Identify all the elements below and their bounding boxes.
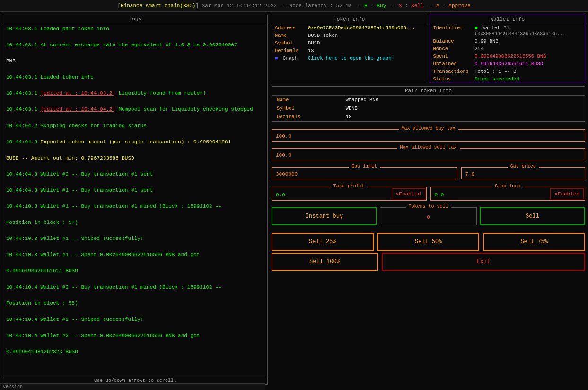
log-line: 10:44:10.4 Wallet #2 -- Spent 0.00264900… xyxy=(6,332,264,340)
table-row: Spent 0.002649006622516556 BNB xyxy=(430,53,585,60)
take-profit-enabled-button[interactable]: ✕Enabled xyxy=(392,188,425,199)
tokens-to-sell-label: Tokens to sell xyxy=(405,204,451,209)
sell-75-button[interactable]: Sell 75% xyxy=(483,233,585,251)
take-profit-group: Take profit ✕Enabled xyxy=(272,187,427,201)
log-line: 10:44:03.1 [edited at : 10:44:03.2] Liqu… xyxy=(6,89,264,98)
chain-label: [Binance smart chain(BSC)] Sat Mar 12 10… xyxy=(117,3,470,9)
table-row: Balance 0.99 BNB xyxy=(430,37,585,45)
max-sell-tax-row: Max allowed sell tax xyxy=(272,143,585,160)
wallet-green-indicator: ■ xyxy=(474,25,477,31)
log-line: 0.9956493626561611 BUSD xyxy=(6,267,264,275)
sell-25-button[interactable]: Sell 25% xyxy=(272,233,374,251)
sell-percentage-row: Sell 25% Sell 50% Sell 75% xyxy=(272,233,585,251)
log-line: 10:44:10.3 Wallet #1 -- Buy transaction … xyxy=(6,203,264,211)
table-row: Symbol WBNB xyxy=(272,104,585,113)
log-line: 10:44:03.1 Loaded token info xyxy=(6,73,264,81)
log-line: 10:44:04.2 Skipping checks for trading s… xyxy=(6,122,264,130)
wallet-info-table: Identifier ■ Wallet #1 (0x3008444a638343… xyxy=(430,24,585,83)
table-row: Address 0xe9e7CEA3DedcA59847885afc599bO6… xyxy=(272,24,427,32)
max-buy-tax-label: Max allowed buy tax xyxy=(398,126,458,131)
log-line: 10:44:04.3 Wallet #1 -- Buy transaction … xyxy=(6,186,264,195)
table-row: Decimals 18 xyxy=(272,113,585,121)
wallet-name: Wallet #1 xyxy=(483,25,509,31)
sell-50-button[interactable]: Sell 50% xyxy=(377,233,480,251)
log-line: 10:44:10.3 Wallet #1 -- Sniped successfu… xyxy=(6,235,264,243)
take-profit-field[interactable] xyxy=(272,188,389,200)
tokens-to-sell-field[interactable] xyxy=(380,211,476,222)
gas-price-input: Gas price xyxy=(461,167,585,179)
sell-button[interactable]: Sell xyxy=(480,207,585,225)
pair-token-table: Name Wrapped BNB Symbol WBNB Decimals 18 xyxy=(272,96,585,121)
wallet-address: (0x3008444a638343a6543c8a6136... xyxy=(474,31,565,36)
logs-title: Logs xyxy=(3,15,267,23)
graph-icon: ■ xyxy=(275,55,278,61)
table-row: Obtained 0.9956493626561611 BUSD xyxy=(430,60,585,68)
table-row: Symbol BUSD xyxy=(272,39,427,47)
sell-100-exit-row: Sell 100% Exit xyxy=(272,253,585,271)
graph-label: Graph xyxy=(283,55,298,61)
exit-button[interactable]: Exit xyxy=(382,253,585,271)
max-sell-tax-label: Max allowed sell tax xyxy=(397,145,459,150)
gas-limit-field[interactable] xyxy=(272,168,457,179)
max-buy-tax-field[interactable] xyxy=(272,130,585,141)
token-info-table: Address 0xe9e7CEA3DedcA59847885afc599bO6… xyxy=(272,24,427,62)
log-line: 10:44:10.4 Wallet #2 -- Sniped successfu… xyxy=(6,316,264,324)
top-bar: [Binance smart chain(BSC)] Sat Mar 12 10… xyxy=(0,0,588,12)
instant-buy-button[interactable]: Instant buy xyxy=(272,207,377,225)
log-line: 10:44:04.3 Expected token amount (per si… xyxy=(6,138,264,146)
log-line: 10:44:03.1 At current exchange rate the … xyxy=(6,41,264,49)
max-sell-tax-input: Max allowed sell tax xyxy=(272,148,585,160)
log-line: 10:44:10.3 Wallet #1 -- Spent 0.00264900… xyxy=(6,251,264,259)
tp-sl-row: Take profit ✕Enabled Stop loss ✕Enabled xyxy=(272,181,585,201)
gas-limit-input: Gas limit xyxy=(272,167,457,179)
stop-loss-label: Stop loss xyxy=(492,184,523,189)
log-line: 10:44:10.4 Wallet #2 -- Buy transaction … xyxy=(6,284,264,292)
max-buy-tax-row: Max allowed buy tax xyxy=(272,124,585,142)
wallet-info-panel: Wallet Info Identifier ■ Wallet #1 (0x30… xyxy=(430,15,586,83)
right-panel: Token Info Address 0xe9e7CEA3DedcA598478… xyxy=(272,15,585,385)
table-row: Nonce 254 xyxy=(430,45,585,53)
stop-loss-group: Stop loss ✕Enabled xyxy=(430,187,586,201)
log-line: 10:44:04.3 Wallet #2 -- Buy transaction … xyxy=(6,170,264,178)
version-bar: Version xyxy=(0,383,265,390)
controls-area: Max allowed buy tax Max allowed sell tax… xyxy=(272,124,585,385)
stop-loss-field[interactable] xyxy=(431,188,548,200)
main-container: Logs 10:44:03.1 Loaded pair token info 1… xyxy=(0,12,588,388)
table-row: Status Snipe succeeded xyxy=(430,75,585,83)
log-line: BUSD -- Amount out min: 0.7967233585 BUS… xyxy=(6,154,264,162)
log-line: Position in block : 55) xyxy=(6,300,264,308)
table-row: ■ Graph Click here to open the graph! xyxy=(272,54,427,62)
logs-content: 10:44:03.1 Loaded pair token info 10:44:… xyxy=(3,23,267,377)
stop-loss-enabled-button[interactable]: ✕Enabled xyxy=(550,188,584,199)
max-buy-tax-input: Max allowed buy tax xyxy=(272,129,585,142)
token-info-panel: Token Info Address 0xe9e7CEA3DedcA598478… xyxy=(272,15,427,83)
table-row: Decimals 18 xyxy=(272,47,427,54)
sell-100-button[interactable]: Sell 100% xyxy=(272,253,378,271)
logs-panel: Logs 10:44:03.1 Loaded pair token info 1… xyxy=(3,15,268,385)
spacer xyxy=(272,227,585,231)
table-row: Transactions Total : 1 -- B xyxy=(430,68,585,75)
token-info-title: Token Info xyxy=(272,15,427,24)
version-label: Version xyxy=(3,384,23,390)
gas-price-field[interactable] xyxy=(462,168,585,179)
table-row: Identifier ■ Wallet #1 (0x3008444a638343… xyxy=(430,24,585,37)
gas-limit-label: Gas limit xyxy=(349,164,380,169)
wallet-info-title: Wallet Info xyxy=(430,15,585,24)
top-info-row: Token Info Address 0xe9e7CEA3DedcA598478… xyxy=(272,15,585,83)
graph-link[interactable]: Click here to open the graph! xyxy=(308,55,395,61)
pair-token-panel: Pair token Info Name Wrapped BNB Symbol … xyxy=(272,86,585,122)
log-line: Position in block : 57) xyxy=(6,219,264,227)
table-row: Name Wrapped BNB xyxy=(272,96,585,104)
max-sell-tax-field[interactable] xyxy=(272,149,585,160)
take-profit-label: Take profit xyxy=(331,184,368,189)
log-line: 10:44:03.1 [edited at : 10:44:04.2] Memp… xyxy=(6,106,264,114)
pair-token-title: Pair token Info xyxy=(272,87,585,96)
ib-sell-row: Instant buy Tokens to sell Sell xyxy=(272,203,585,225)
log-line: 10:44:03.1 Loaded pair token info xyxy=(6,25,264,33)
gas-row: Gas limit Gas price xyxy=(272,162,585,179)
gas-price-label: Gas price xyxy=(508,164,539,169)
log-line: 0.9959041981262823 BUSD xyxy=(6,348,264,356)
log-line: BNB xyxy=(6,57,264,65)
table-row: Name BUSD Token xyxy=(272,32,427,39)
